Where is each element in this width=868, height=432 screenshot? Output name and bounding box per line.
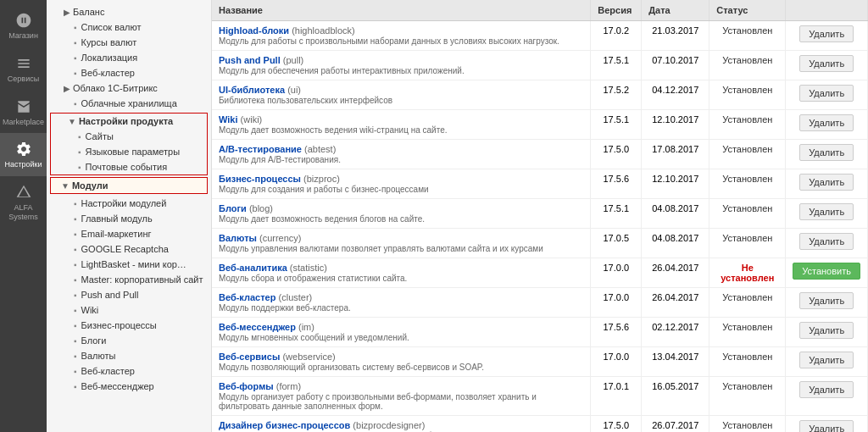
expand-icon: ▼ [68,117,76,126]
module-name-link[interactable]: Валюты (currency) [219,233,302,243]
module-date: 26.04.2017 [642,258,709,288]
module-name-link[interactable]: А/В-тестирование (abtest) [219,144,336,154]
module-name-link[interactable]: Push and Pull (pull) [219,55,303,65]
sidebar-item-settings[interactable]: Настройки [0,133,47,176]
module-action-cell: Удалить [786,377,868,416]
module-name-cell: А/В-тестирование (abtest)Модуль для А/В-… [212,140,591,169]
nav-item-product-settings[interactable]: ▼ Настройки продукта [51,114,207,129]
alfa-icon [14,183,33,202]
bullet-icon: ▪ [74,321,77,330]
nav-item-currency[interactable]: ▪ Валюты [47,348,211,363]
col-header-version: Версия [591,0,642,21]
bullet-icon: ▪ [74,336,77,346]
nav-item-web-cluster-top[interactable]: ▪ Веб-кластер [47,65,211,80]
module-name-link[interactable]: UI-библиотека (ui) [219,85,301,95]
module-desc: Модуль позволяющий организовать систему … [219,363,583,372]
nav-item-modules[interactable]: ▼ Модули [51,178,207,193]
nav-item-language-params[interactable]: ▪ Языковые параметры [51,144,207,159]
module-desc: Модуль дает возможность ведения блогов н… [219,214,583,224]
bullet-icon: ▪ [78,163,81,172]
delete-button[interactable]: Удалить [799,85,854,102]
sidebar-item-services[interactable]: Сервисы [0,47,47,91]
expand-icon: ▶ [64,84,70,93]
nav-item-balance[interactable]: ▶ Баланс [47,4,211,19]
delete-button[interactable]: Удалить [799,55,854,72]
delete-button[interactable]: Удалить [799,114,854,131]
nav-item-webcluster[interactable]: ▪ Веб-кластер [47,363,211,379]
nav-item-sites[interactable]: ▪ Сайты [51,129,207,144]
module-status: Установлен [709,51,786,80]
delete-button[interactable]: Удалить [799,292,854,309]
table-row: Валюты (currency)Модуль управления валют… [212,229,868,258]
sidebar-item-alfa[interactable]: ALFA Systems [0,176,47,229]
nav-item-module-settings[interactable]: ▪ Настройки модулей [47,196,211,211]
nav-item-currency-list[interactable]: ▪ Список валют [47,19,211,35]
delete-button[interactable]: Удалить [799,352,854,368]
nav-item-bizproc[interactable]: ▪ Бизнес-процессы [47,318,211,333]
nav-item-bitrix-cloud[interactable]: ▶ Облако 1С-Битрикс [47,80,211,96]
table-row: Wiki (wiki)Модуль дает возможность веден… [212,110,868,140]
nav-item-localization[interactable]: ▪ Локализация [47,50,211,65]
delete-button[interactable]: Удалить [799,420,854,432]
delete-button[interactable]: Удалить [799,25,854,42]
module-date: 12.10.2017 [642,169,709,199]
nav-item-wiki[interactable]: ▪ Wiki [47,302,211,318]
module-name-link[interactable]: Веб-мессенджер (im) [219,322,314,332]
bullet-icon: ▪ [74,306,77,315]
delete-button[interactable]: Удалить [799,233,854,250]
module-action-cell: Установить [786,258,868,288]
status-badge: Не установлен [721,263,774,283]
bullet-icon: ▪ [74,367,77,376]
nav-item-main-module[interactable]: ▪ Главный модуль [47,211,211,226]
module-name-link[interactable]: Веб-сервисы (webservice) [219,352,336,362]
install-button[interactable]: Установить [793,263,860,280]
module-version: 17.5.0 [591,416,642,433]
module-name-cell: Wiki (wiki)Модуль дает возможность веден… [212,110,591,140]
module-name-link[interactable]: Бизнес-процессы (bizproc) [219,174,340,184]
nav-item-blogs[interactable]: ▪ Блоги [47,333,211,348]
module-action-cell: Удалить [786,416,868,433]
delete-button[interactable]: Удалить [799,144,854,161]
delete-button[interactable]: Удалить [799,381,854,398]
nav-item-lightbasket[interactable]: ▪ LightBasket - мини корзина для корпоро… [47,257,195,272]
module-version: 17.0.0 [591,347,642,377]
module-name-cell: Бизнес-процессы (bizproc)Модуль для созд… [212,169,591,199]
module-name-link[interactable]: Wiki (wiki) [219,114,262,125]
table-row: Веб-сервисы (webservice)Модуль позволяющ… [212,347,868,377]
nav-item-exchange-rates[interactable]: ▪ Курсы валют [47,35,211,50]
module-name-link[interactable]: Веб-аналитика (statistic) [219,263,327,273]
nav-item-mail-events[interactable]: ▪ Почтовые события [51,159,207,174]
col-header-action [786,0,868,21]
nav-item-push-pull[interactable]: ▪ Push and Pull [47,287,211,302]
module-name-link[interactable]: Веб-формы (form) [219,381,301,391]
module-date: 12.10.2017 [642,110,709,140]
nav-item-cloud-storage[interactable]: ▪ Облачные хранилища [47,96,211,111]
nav-item-email-marketing[interactable]: ▪ Email-маркетинг [47,226,211,241]
module-desc: Модуль для создания и работы с бизнес-пр… [219,185,583,194]
module-version: 17.5.0 [591,140,642,169]
table-row: Блоги (blog)Модуль дает возможность веде… [212,199,868,229]
expand-icon: ▶ [64,8,70,17]
delete-button[interactable]: Удалить [799,322,854,339]
bullet-icon: ▪ [74,275,77,285]
bullet-icon: ▪ [78,132,81,141]
nav-item-google-recaptcha[interactable]: ▪ GOOGLE Recaptcha [47,241,211,257]
bullet-icon: ▪ [74,352,77,361]
sidebar-item-marketplace[interactable]: Marketplace [0,91,47,134]
module-name-link[interactable]: Дизайнер бизнес-процессов (bizprocdesign… [219,420,425,430]
sidebar-item-magazine[interactable]: Магазин [0,4,47,47]
module-name-link[interactable]: Блоги (blog) [219,203,273,213]
sidebar-item-magazine-label: Магазин [8,31,38,41]
module-action-cell: Удалить [786,169,868,199]
module-name-link[interactable]: Highload-блоки (highloadblock) [219,25,355,36]
module-action-cell: Удалить [786,51,868,80]
module-status: Установлен [709,318,786,347]
delete-button[interactable]: Удалить [799,203,854,220]
nav-item-master-corp[interactable]: ▪ Master: корпоративный сайт [47,272,211,287]
module-status: Установлен [709,229,786,258]
nav-item-webmessenger[interactable]: ▪ Веб-мессенджер [47,379,211,394]
bullet-icon: ▪ [74,230,77,239]
module-status: Установлен [709,140,786,169]
module-name-link[interactable]: Веб-кластер (cluster) [219,292,312,302]
delete-button[interactable]: Удалить [799,174,854,191]
